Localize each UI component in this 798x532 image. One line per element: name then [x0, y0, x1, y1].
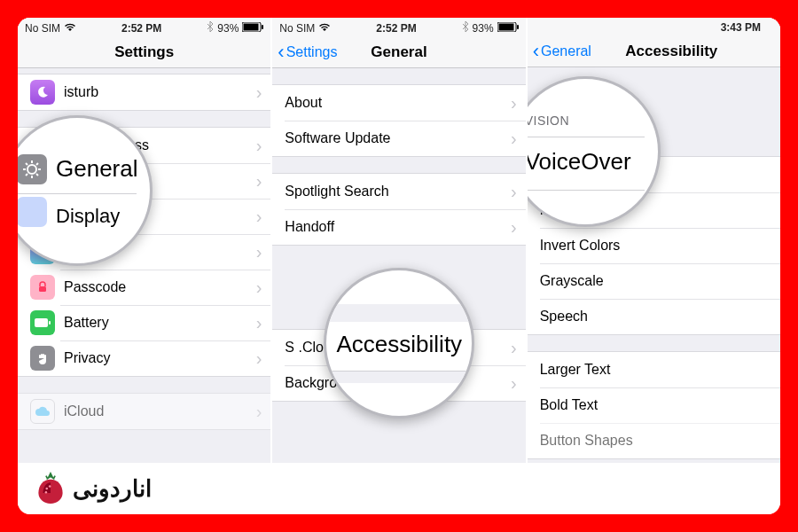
svg-point-23 [45, 491, 48, 494]
row-about[interactable]: About › [272, 85, 525, 121]
row-label: Speech [540, 309, 771, 325]
row-label: Grayscale [540, 273, 771, 289]
row-privacy[interactable]: Privacy › [18, 340, 270, 376]
row-label: Battery [64, 315, 256, 331]
navbar: ‹ General Accessibility [528, 35, 780, 67]
svg-line-17 [36, 163, 38, 165]
chevron-right-icon: › [256, 313, 262, 333]
page-title: Accessibility [625, 43, 717, 60]
row-label: Software Update [285, 130, 511, 146]
battery-icon [242, 22, 263, 35]
battery-percent: 93% [217, 22, 239, 35]
chevron-right-icon: › [256, 207, 262, 227]
row-label: Handoff [285, 219, 511, 235]
row-button-shapes[interactable]: Button Shapes [528, 423, 780, 458]
svg-rect-7 [35, 318, 48, 327]
battery-icon [497, 22, 519, 35]
display-icon [18, 197, 47, 227]
row-bold-text[interactable]: Bold Text [528, 387, 780, 423]
lock-icon [30, 275, 55, 300]
navbar: Settings [18, 36, 270, 68]
row-grayscale[interactable]: Grayscale [528, 263, 780, 299]
battery-row-icon [30, 310, 55, 335]
svg-rect-8 [49, 321, 51, 325]
row-label: iCloud [64, 403, 256, 419]
row-speech[interactable]: Speech [528, 299, 780, 334]
magnifier-label: VoiceOver [528, 148, 658, 176]
chevron-right-icon: › [511, 217, 517, 238]
svg-point-9 [27, 165, 36, 174]
row-icloud[interactable]: iCloud › [18, 394, 270, 429]
icloud-icon [30, 399, 55, 424]
page-title: General [371, 43, 426, 61]
clock: 2:52 PM [121, 22, 161, 35]
back-button[interactable]: ‹ Settings [278, 43, 337, 62]
chevron-right-icon: › [256, 82, 262, 103]
svg-rect-2 [244, 23, 259, 30]
row-passcode[interactable]: Passcode › [18, 270, 270, 305]
svg-line-15 [36, 174, 38, 176]
pomegranate-icon [35, 472, 66, 505]
battery-percent: 93% [473, 22, 494, 35]
row-larger-text[interactable]: Larger Text [528, 352, 780, 387]
chevron-right-icon: › [511, 93, 517, 113]
row-do-not-disturb[interactable]: isturb › [18, 74, 270, 110]
status-bar: No SIM 2:52 PM 93% [272, 18, 525, 36]
back-label: Settings [286, 44, 338, 60]
chevron-right-icon: › [256, 242, 262, 262]
svg-rect-1 [262, 25, 263, 29]
chevron-right-icon: › [256, 171, 262, 192]
row-software-update[interactable]: Software Update › [272, 121, 525, 156]
page-title: Settings [114, 43, 174, 61]
section-label: VISION [528, 113, 658, 128]
magnifier-sublabel: Display [56, 205, 120, 228]
svg-rect-19 [517, 25, 519, 29]
chevron-right-icon: › [511, 373, 517, 394]
svg-point-22 [49, 485, 51, 488]
row-label: Spotlight Search [285, 184, 511, 200]
chevron-right-icon: › [256, 402, 262, 422]
magnifier-accessibility: Accessibility [324, 268, 474, 419]
svg-rect-20 [498, 23, 513, 30]
gear-icon [18, 154, 47, 184]
chevron-right-icon: › [256, 136, 262, 156]
chevron-right-icon: › [256, 348, 262, 369]
status-bar: . 3:43 PM [528, 18, 780, 35]
magnifier-label: Accessibility [337, 331, 463, 358]
row-battery[interactable]: Battery › [18, 305, 270, 340]
wifi-icon [64, 22, 76, 35]
chevron-right-icon: › [511, 338, 517, 358]
back-label: General [541, 43, 591, 59]
row-label: Privacy [64, 350, 256, 366]
hand-icon [30, 346, 55, 371]
chevron-left-icon: ‹ [278, 43, 284, 62]
chevron-right-icon: › [511, 129, 517, 149]
row-spotlight[interactable]: Spotlight Search › [272, 174, 525, 209]
wifi-icon [318, 22, 331, 35]
screen-accessibility: . 3:43 PM ‹ General Accessibility om Mag… [528, 18, 780, 463]
magnifier-label: General [56, 155, 138, 183]
row-label: isturb [64, 84, 256, 100]
clock: 2:52 PM [376, 22, 416, 35]
carrier-label: No SIM [25, 22, 60, 35]
brand-text: اناردونی [73, 475, 152, 503]
bluetooth-icon [462, 21, 469, 35]
row-handoff[interactable]: Handoff › [272, 209, 525, 245]
clock: 3:43 PM [721, 21, 761, 34]
row-invert-colors[interactable]: Invert Colors [528, 228, 780, 263]
row-label: Invert Colors [540, 238, 771, 254]
svg-line-16 [26, 174, 27, 176]
row-label: About [285, 95, 511, 111]
row-label: Larger Text [540, 362, 771, 378]
row-label: Bold Text [540, 397, 771, 413]
svg-rect-6 [39, 286, 46, 292]
svg-point-21 [45, 488, 48, 490]
svg-line-14 [26, 163, 27, 165]
chevron-right-icon: › [511, 182, 517, 202]
moon-icon [30, 80, 55, 105]
status-bar: No SIM 2:52 PM 93% [18, 18, 270, 36]
footer-brand: اناردونی [18, 463, 780, 514]
chevron-right-icon: › [256, 278, 262, 298]
row-label: Passcode [64, 279, 256, 295]
back-button[interactable]: ‹ General [533, 42, 591, 61]
